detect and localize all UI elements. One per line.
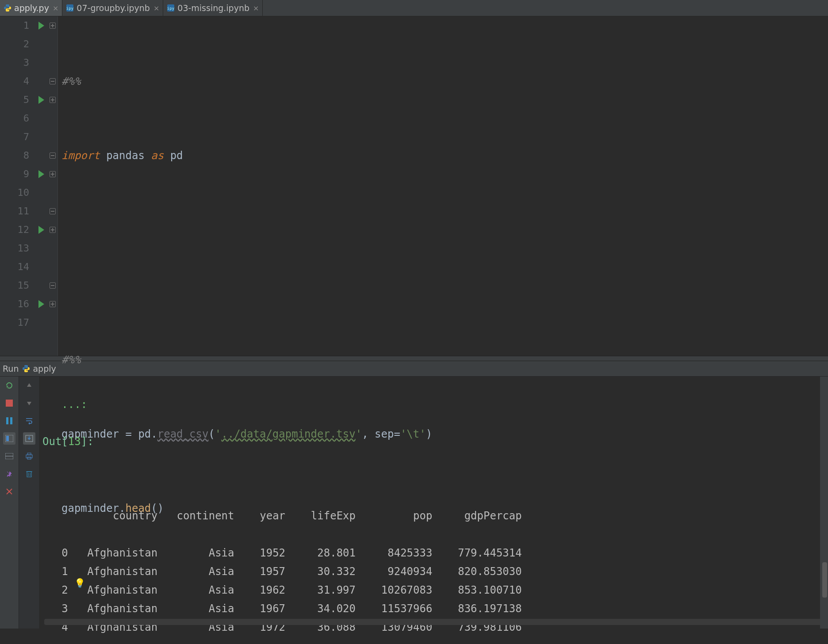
run-cell-gutter [34,16,48,356]
close-icon[interactable]: × [153,4,159,12]
scroll-to-end-icon[interactable] [23,432,35,445]
table-row: 1 Afghanistan Asia 1957 30.332 9240934 8… [42,562,828,581]
table-row: 3 Afghanistan Asia 1967 34.020 11537966 … [42,599,828,618]
print-icon[interactable] [23,450,35,462]
console-vertical-scrollbar[interactable] [820,377,828,629]
tab-apply-py[interactable]: apply.py × [0,0,62,16]
svg-rect-5 [6,417,8,424]
code-line[interactable]: #%% [58,351,828,369]
fold-handle-icon[interactable] [50,227,56,233]
editor-tab-bar: apply.py × ipy 07-groupby.ipynb × ipy 03… [0,0,828,16]
stop-icon[interactable] [3,397,15,409]
run-cell-icon[interactable] [38,22,44,30]
tab-07-groupby[interactable]: ipy 07-groupby.ipynb × [62,0,163,16]
fold-handle-icon[interactable] [50,301,56,307]
code-line[interactable] [58,221,828,239]
svg-rect-14 [26,455,32,458]
python-file-icon [4,4,12,12]
run-config-name: apply [33,364,56,373]
fold-handle-icon[interactable] [50,282,56,289]
svg-text:ipy: ipy [66,6,74,11]
scroll-up-icon[interactable] [23,379,35,392]
run-cell-icon[interactable] [38,226,44,234]
close-panel-icon[interactable] [3,485,15,498]
svg-rect-8 [6,436,9,441]
svg-rect-15 [27,453,31,455]
code-line[interactable] [58,276,828,295]
pause-icon[interactable] [3,415,15,427]
layout-icon[interactable] [3,450,15,462]
code-area[interactable]: #%% import pandas as pd #%% gapminder = … [58,16,828,356]
console-horizontal-scrollbar[interactable] [44,619,824,625]
close-icon[interactable]: × [253,4,259,12]
tab-label: 07-groupby.ipynb [77,3,150,13]
tab-label: 03-missing.ipynb [177,3,249,13]
trash-icon[interactable] [23,468,35,480]
rerun-icon[interactable] [3,379,15,392]
svg-rect-4 [6,400,13,407]
svg-rect-6 [10,417,12,424]
code-line[interactable]: import pandas as pd [58,146,828,165]
line-number-gutter: 1234567891011121314151617 [0,16,34,356]
python-icon [22,365,30,373]
run-panel-title: Run [3,364,19,373]
jupyter-file-icon: ipy [167,4,175,12]
svg-rect-17 [27,472,31,477]
fold-handle-icon[interactable] [50,23,56,29]
run-toolbar-primary [0,377,19,629]
run-cell-icon[interactable] [38,300,44,308]
pin-icon[interactable] [3,468,15,480]
fold-handle-icon[interactable] [50,97,56,103]
fold-gutter [48,16,58,356]
console-output[interactable]: ...: Out[13]: country continent year lif… [40,377,828,629]
run-panel-body: ...: Out[13]: country continent year lif… [0,377,828,629]
fold-handle-icon[interactable] [50,78,56,84]
jupyter-file-icon: ipy [66,4,74,12]
table-row: 2 Afghanistan Asia 1962 31.997 10267083 … [42,581,828,599]
fold-handle-icon[interactable] [50,208,56,214]
fold-handle-icon[interactable] [50,152,56,159]
tab-label: apply.py [14,3,49,13]
run-toolbar-secondary [19,377,40,629]
soft-wrap-icon[interactable] [23,415,35,427]
svg-text:ipy: ipy [167,6,175,11]
fold-handle-icon[interactable] [50,171,56,177]
scroll-down-icon[interactable] [23,397,35,409]
tab-03-missing[interactable]: ipy 03-missing.ipynb × [163,0,263,16]
run-cell-icon[interactable] [38,96,44,104]
close-icon[interactable]: × [53,4,58,12]
code-line[interactable]: #%% [58,72,828,91]
table-row: 0 Afghanistan Asia 1952 28.801 8425333 7… [42,544,828,562]
show-variables-icon[interactable] [3,432,15,445]
run-cell-icon[interactable] [38,170,44,178]
code-editor[interactable]: 1234567891011121314151617 #%% import pan… [0,16,828,356]
